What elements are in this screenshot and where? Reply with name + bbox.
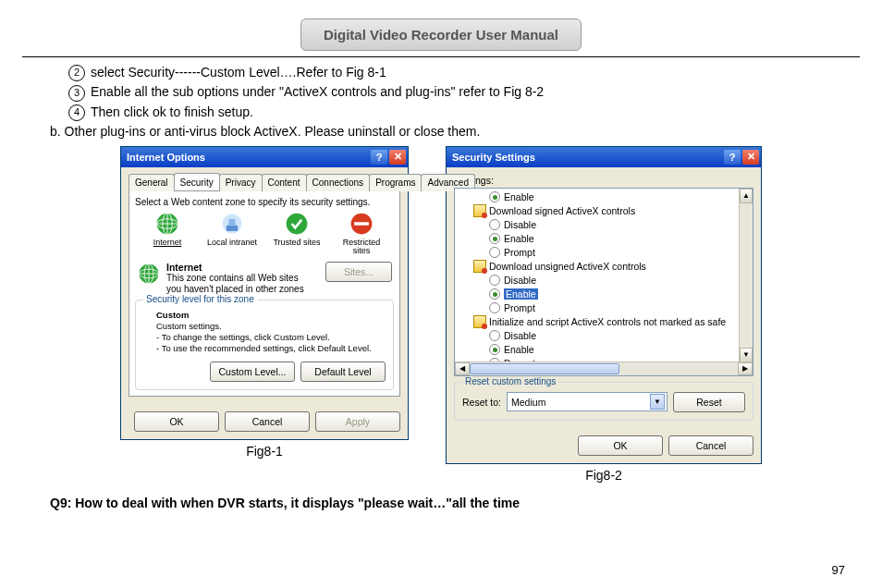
radio-option-prompt[interactable]: Prompt [488, 246, 753, 260]
intranet-icon [219, 211, 245, 237]
zone-internet[interactable]: Internet [140, 211, 195, 256]
activex-icon [473, 315, 486, 328]
step-2-text: select Security------Custom Level….Refer… [91, 65, 386, 80]
dialog-title: Internet Options [127, 152, 205, 163]
activex-category[interactable]: Download signed ActiveX controls [473, 204, 753, 218]
tab-content[interactable]: Content [262, 174, 307, 191]
ok-button[interactable]: OK [578, 435, 663, 456]
figure-8-2: Security Settings ? ✕ Settings: EnableDo… [446, 146, 762, 483]
cancel-button[interactable]: Cancel [225, 411, 310, 432]
radio-icon [489, 330, 500, 341]
radio-option-enable[interactable]: Enable [488, 288, 753, 301]
zone-local-intranet[interactable]: Local intranet [204, 211, 260, 256]
cancel-button[interactable]: Cancel [668, 435, 753, 456]
internet-options-dialog: Internet Options ? ✕ GeneralSecurityPriv… [120, 146, 409, 440]
reset-group-title: Reset custom settings [462, 376, 558, 386]
scroll-down-icon[interactable]: ▼ [740, 348, 753, 362]
group-title: Security level for this zone [143, 294, 257, 304]
step-4: 4Then click ok to finish setup. [68, 104, 860, 121]
radio-icon [489, 191, 500, 202]
activex-icon [473, 204, 486, 217]
radio-option-disable[interactable]: Disable [488, 329, 753, 343]
reset-group: Reset custom settings Reset to: Medium ▼… [454, 382, 753, 421]
option-label: Disable [504, 219, 536, 230]
zone-trusted-sites[interactable]: Trusted sites [269, 211, 325, 256]
trusted-icon [284, 211, 310, 237]
custom-level-button[interactable]: Custom Level... [210, 361, 295, 382]
tab-privacy[interactable]: Privacy [219, 174, 263, 191]
activex-category[interactable]: Download unsigned ActiveX controls [473, 260, 753, 274]
step-3a: Enable all the sub options under [91, 84, 276, 99]
reset-button[interactable]: Reset [673, 392, 745, 412]
svg-point-6 [287, 214, 308, 235]
horizontal-scrollbar[interactable]: ◀ ▶ [455, 361, 753, 375]
radio-option-prompt[interactable]: Prompt [488, 301, 753, 315]
tab-programs[interactable]: Programs [369, 174, 422, 191]
step-4-text: Then click ok to finish setup. [91, 104, 253, 119]
scroll-up-icon[interactable]: ▲ [740, 189, 753, 203]
option-label: Download signed ActiveX controls [489, 205, 635, 216]
zone-label: Restricted sites [334, 239, 389, 256]
security-level-group: Security level for this zone Custom Cust… [135, 300, 394, 390]
step-3: 3Enable all the sub options under "Activ… [68, 84, 860, 101]
tabs: GeneralSecurityPrivacyContentConnections… [129, 173, 400, 191]
radio-option-enable[interactable]: Enable [488, 190, 753, 204]
radio-option-disable[interactable]: Disable [488, 274, 753, 288]
svg-rect-8 [354, 222, 369, 226]
option-label: Prompt [504, 302, 535, 313]
dialog-footer: OK Cancel [447, 428, 761, 463]
globe-icon [154, 211, 180, 237]
custom-settings-text: Custom Custom settings. - To change the … [156, 310, 386, 354]
option-label: Enable [504, 288, 538, 300]
manual-page: Digital Video Recorder User Manual 2sele… [0, 0, 882, 588]
tab-security[interactable]: Security [174, 173, 220, 190]
globe-icon [137, 262, 161, 286]
radio-option-disable[interactable]: Disable [488, 218, 753, 232]
svg-rect-4 [227, 226, 238, 231]
scroll-left-icon[interactable]: ◀ [455, 362, 470, 375]
settings-tree[interactable]: EnableDownload signed ActiveX controlsDi… [454, 188, 753, 376]
zone-restricted-sites[interactable]: Restricted sites [334, 211, 389, 256]
dialog-footer: OK Cancel Apply [121, 404, 408, 439]
titlebar: Internet Options ? ✕ [121, 147, 408, 167]
activex-category[interactable]: Initialize and script ActiveX controls n… [473, 315, 753, 329]
help-button[interactable]: ? [371, 150, 387, 165]
step-4-num: 4 [68, 104, 85, 121]
radio-option-enable[interactable]: Enable [488, 343, 753, 357]
radio-icon [489, 302, 500, 313]
option-label: Enable [504, 233, 534, 244]
default-level-button[interactable]: Default Level [300, 361, 386, 382]
radio-option-enable[interactable]: Enable [488, 232, 753, 246]
vertical-scrollbar[interactable]: ▲ ▼ [739, 189, 753, 362]
option-label: Initialize and script ActiveX controls n… [489, 316, 726, 327]
tab-connections[interactable]: Connections [306, 174, 371, 191]
divider [22, 56, 860, 57]
step-2-num: 2 [68, 65, 85, 81]
zone-row: Internet Local intranet Trusted sites [135, 211, 394, 256]
scroll-right-icon[interactable]: ▶ [738, 362, 753, 375]
step-2: 2select Security------Custom Level….Refe… [68, 65, 860, 81]
dialog-title: Security Settings [452, 152, 535, 163]
ok-button[interactable]: OK [134, 411, 219, 432]
option-label: Enable [504, 344, 534, 355]
settings-label: Settings: [456, 175, 753, 186]
close-button[interactable]: ✕ [389, 150, 406, 165]
q9-heading: Q9: How to deal with when DVR starts, it… [50, 496, 860, 510]
security-panel: Select a Web content zone to specify its… [129, 191, 400, 397]
chevron-down-icon[interactable]: ▼ [650, 394, 665, 410]
close-button[interactable]: ✕ [742, 150, 759, 165]
zone-label: Local intranet [207, 239, 257, 247]
restricted-icon [349, 211, 374, 237]
help-button[interactable]: ? [724, 150, 741, 165]
zone-label: Trusted sites [273, 239, 320, 247]
scroll-thumb[interactable] [470, 363, 619, 374]
sites-button[interactable]: Sites... [325, 262, 392, 282]
tab-general[interactable]: General [129, 174, 175, 191]
radio-icon [489, 275, 500, 286]
option-label: Prompt [504, 247, 535, 258]
reset-to-select[interactable]: Medium ▼ [507, 392, 668, 411]
option-label: Enable [504, 191, 534, 202]
step-b: b. Other plug-ins or anti-virus block Ac… [50, 124, 860, 139]
apply-button[interactable]: Apply [315, 411, 400, 432]
page-title: Digital Video Recorder User Manual [300, 18, 582, 51]
